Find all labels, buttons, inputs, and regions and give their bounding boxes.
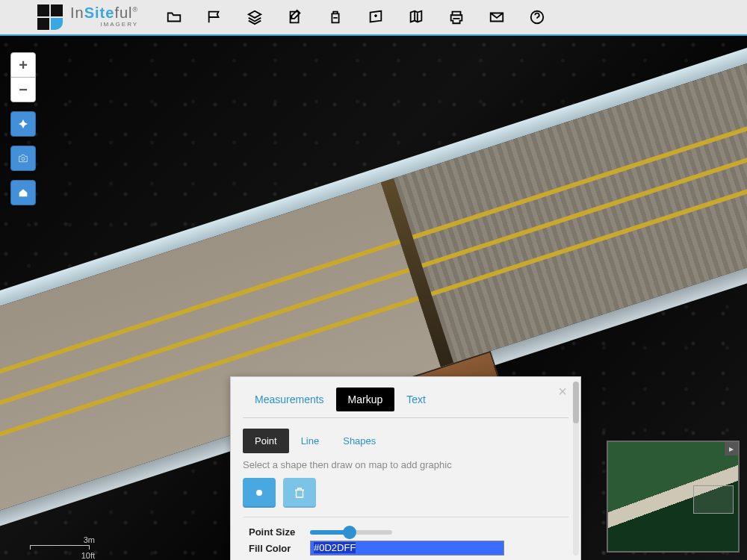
- slider-thumb[interactable]: [343, 526, 356, 539]
- panel-hint-text: Select a shape then draw on map to add g…: [231, 453, 580, 478]
- divider: [243, 417, 568, 418]
- draw-point-button[interactable]: [243, 478, 276, 508]
- divider: [243, 517, 568, 517]
- scale-bar: 3m 10ft: [30, 545, 90, 550]
- map-flag-icon[interactable]: [205, 8, 223, 26]
- fill-color-row: Fill Color #0D2DFF: [231, 539, 580, 557]
- point-size-label: Point Size: [249, 526, 304, 538]
- logo-mark-icon: [37, 4, 63, 30]
- panel-scrollbar[interactable]: [573, 382, 579, 556]
- map-book-icon[interactable]: [407, 8, 425, 26]
- point-size-slider[interactable]: [310, 530, 392, 535]
- tab-text[interactable]: Text: [394, 388, 438, 411]
- svg-point-2: [256, 490, 262, 496]
- top-toolbar: InSiteful® IMAGERY: [0, 0, 747, 36]
- snapshot-button[interactable]: [10, 146, 36, 171]
- tab-measurements[interactable]: Measurements: [243, 388, 336, 411]
- edit-note-icon[interactable]: [286, 8, 304, 26]
- layers-icon[interactable]: [246, 8, 264, 26]
- fill-color-input[interactable]: #0D2DFF: [310, 541, 504, 556]
- delete-graphic-button[interactable]: [283, 478, 316, 508]
- fill-color-label: Fill Color: [249, 543, 304, 554]
- zoom-in-button[interactable]: +: [10, 52, 36, 78]
- overview-collapse-button[interactable]: ▸: [725, 442, 738, 455]
- point-size-row: Point Size: [231, 525, 580, 539]
- brand-subtitle: IMAGERY: [70, 21, 138, 28]
- home-icon: [17, 187, 29, 199]
- svg-point-1: [22, 158, 25, 161]
- subtab-shapes[interactable]: Shapes: [331, 429, 388, 453]
- help-icon[interactable]: [528, 8, 546, 26]
- scale-top-label: 3m: [84, 535, 95, 544]
- map-viewport[interactable]: + − 3m 10ft ▸ × Measurements Markup Text: [0, 36, 747, 560]
- trash-icon: [293, 486, 306, 500]
- map-controls: + −: [10, 52, 36, 205]
- toolbar-icon-row: [165, 8, 546, 26]
- tool-button-row: [231, 478, 580, 517]
- tab-markup[interactable]: Markup: [336, 388, 395, 411]
- subtab-point[interactable]: Point: [243, 429, 289, 453]
- brand-name: InSiteful®: [70, 4, 138, 21]
- mail-icon[interactable]: [488, 8, 506, 26]
- locate-button[interactable]: [10, 111, 36, 137]
- panel-secondary-tabs: Point Line Shapes: [231, 429, 580, 453]
- folder-icon[interactable]: [165, 8, 183, 26]
- backpack-icon[interactable]: [326, 8, 344, 26]
- overview-extent-box[interactable]: [693, 485, 734, 514]
- locate-icon: [17, 118, 29, 130]
- panel-close-button[interactable]: ×: [558, 383, 567, 400]
- subtab-line[interactable]: Line: [289, 429, 332, 453]
- scale-bottom-label: 10ft: [81, 551, 95, 560]
- home-button[interactable]: [10, 180, 36, 205]
- markup-panel: × Measurements Markup Text Point Line Sh…: [230, 376, 581, 560]
- point-draw-icon: [252, 486, 266, 500]
- scrollbar-thumb[interactable]: [573, 382, 579, 423]
- camera-icon: [17, 152, 29, 164]
- print-icon[interactable]: [447, 8, 465, 26]
- fill-color-value: #0D2DFF: [314, 542, 356, 553]
- brand-logo[interactable]: InSiteful® IMAGERY: [37, 4, 138, 30]
- overview-map[interactable]: ▸: [607, 441, 740, 553]
- panel-primary-tabs: Measurements Markup Text: [231, 377, 580, 411]
- zoom-out-button[interactable]: −: [10, 77, 36, 102]
- map-pin-icon[interactable]: [367, 8, 385, 26]
